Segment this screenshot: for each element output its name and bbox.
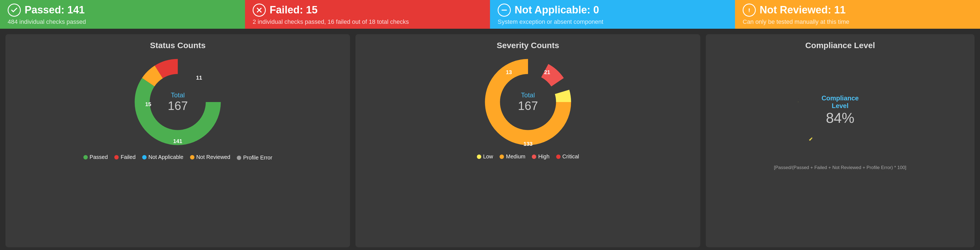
failed-icon bbox=[253, 3, 266, 17]
not-reviewed-subtitle: Can only be tested manually at this time bbox=[743, 18, 972, 25]
legend-label-critical: Critical bbox=[562, 153, 579, 160]
severity-label-13: 13 bbox=[506, 69, 512, 75]
legend-dot-passed bbox=[83, 155, 88, 159]
status-label-15: 15 bbox=[145, 101, 151, 107]
severity-legend: Low Medium High Critical bbox=[477, 153, 579, 160]
not-applicable-card: Not Applicable: 0 System exception or ab… bbox=[490, 0, 735, 29]
compliance-gauge-container: Compliance Level 84% bbox=[788, 58, 892, 162]
passed-icon bbox=[8, 3, 21, 17]
not-reviewed-card: Not Reviewed: 11 Can only be tested manu… bbox=[735, 0, 980, 29]
passed-title: Passed: 141 bbox=[8, 3, 237, 17]
legend-dot-medium bbox=[500, 154, 504, 159]
top-bar: Passed: 141 484 individual checks passed… bbox=[0, 0, 980, 29]
passed-card: Passed: 141 484 individual checks passed bbox=[0, 0, 245, 29]
severity-donut-center: Total 167 bbox=[518, 91, 538, 113]
legend-dot-failed bbox=[114, 155, 119, 159]
severity-donut-container: 133 13 21 Total 167 bbox=[482, 56, 574, 148]
failed-subtitle: 2 individual checks passed, 16 failed ou… bbox=[253, 18, 482, 25]
legend-dot-low bbox=[477, 154, 481, 159]
failed-label: Failed: 15 bbox=[270, 4, 317, 16]
compliance-formula: [Passed/(Passed + Failed + Not Reviewed … bbox=[771, 165, 909, 170]
status-counts-panel: Status Counts 141 15 11 T bbox=[5, 34, 350, 247]
severity-label-133: 133 bbox=[523, 141, 532, 147]
legend-label-low: Low bbox=[483, 153, 493, 160]
compliance-level-panel: Compliance Level bbox=[706, 34, 975, 247]
failed-title: Failed: 15 bbox=[253, 3, 482, 17]
status-label-141: 141 bbox=[173, 138, 182, 144]
legend-label-medium: Medium bbox=[506, 153, 525, 160]
status-total-value: 167 bbox=[168, 99, 188, 113]
legend-dot-not-applicable bbox=[142, 155, 146, 159]
passed-subtitle: 484 individual checks passed bbox=[8, 18, 237, 25]
charts-row: Status Counts 141 15 11 T bbox=[0, 29, 980, 250]
legend-not-reviewed: Not Reviewed bbox=[190, 153, 231, 161]
status-legend: Passed Failed Not Applicable Not Reviewe… bbox=[83, 153, 272, 161]
severity-total-value: 167 bbox=[518, 99, 538, 113]
not-applicable-label: Not Applicable: 0 bbox=[515, 4, 599, 16]
svg-point-4 bbox=[749, 11, 750, 12]
compliance-label: Compliance Level bbox=[814, 94, 866, 110]
not-applicable-subtitle: System exception or absent component bbox=[498, 18, 727, 25]
compliance-value: 84% bbox=[814, 110, 866, 126]
legend-label-high: High bbox=[538, 153, 549, 160]
legend-passed: Passed bbox=[83, 153, 108, 161]
legend-low: Low bbox=[477, 153, 493, 160]
legend-high: High bbox=[532, 153, 549, 160]
compliance-center: Compliance Level 84% bbox=[814, 94, 866, 126]
compliance-level-title: Compliance Level bbox=[805, 41, 875, 50]
not-reviewed-icon bbox=[743, 3, 756, 17]
legend-label-passed: Passed bbox=[90, 154, 108, 160]
legend-dot-profile-error bbox=[237, 156, 241, 160]
status-label-11: 11 bbox=[196, 75, 202, 81]
legend-dot-not-reviewed bbox=[190, 155, 194, 159]
failed-card: Failed: 15 2 individual checks passed, 1… bbox=[245, 0, 490, 29]
legend-dot-high bbox=[532, 154, 536, 159]
legend-label-profile-error: Profile Error bbox=[243, 154, 272, 161]
legend-failed: Failed bbox=[114, 153, 135, 161]
legend-not-applicable: Not Applicable bbox=[142, 153, 183, 161]
passed-label: Passed: 141 bbox=[25, 4, 85, 16]
severity-counts-title: Severity Counts bbox=[496, 41, 559, 50]
legend-label-not-reviewed: Not Reviewed bbox=[196, 154, 231, 160]
status-donut-center: Total 167 bbox=[168, 91, 188, 113]
not-reviewed-title: Not Reviewed: 11 bbox=[743, 3, 972, 17]
legend-medium: Medium bbox=[500, 153, 525, 160]
severity-label-21: 21 bbox=[544, 69, 550, 75]
status-total-label: Total bbox=[168, 91, 188, 99]
not-applicable-title: Not Applicable: 0 bbox=[498, 3, 727, 17]
status-counts-title: Status Counts bbox=[150, 41, 205, 50]
not-reviewed-label: Not Reviewed: 11 bbox=[760, 4, 846, 16]
status-donut-container: 141 15 11 Total 167 bbox=[131, 56, 224, 148]
legend-label-failed: Failed bbox=[121, 154, 135, 160]
legend-dot-critical bbox=[556, 154, 560, 159]
legend-critical: Critical bbox=[556, 153, 579, 160]
legend-profile-error: Profile Error bbox=[237, 154, 272, 161]
severity-counts-panel: Severity Counts 133 13 21 Total bbox=[355, 34, 700, 247]
legend-label-not-applicable: Not Applicable bbox=[148, 154, 183, 160]
not-applicable-icon bbox=[498, 3, 511, 17]
severity-total-label: Total bbox=[518, 91, 538, 99]
